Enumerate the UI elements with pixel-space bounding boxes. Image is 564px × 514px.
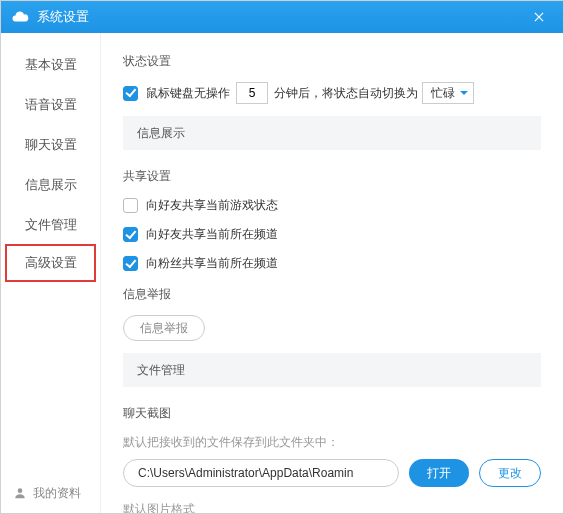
open-button[interactable]: 打开 [409, 459, 469, 487]
share-fan-channel-label: 向粉丝共享当前所在频道 [146, 255, 278, 272]
sidebar-item-advanced[interactable]: 高级设置 [5, 244, 96, 282]
titlebar: 系统设置 [1, 1, 563, 33]
section-report: 信息举报 [123, 286, 541, 303]
person-icon [13, 486, 27, 500]
checkbox-share-friend-channel[interactable] [123, 227, 138, 242]
window-title: 系统设置 [37, 8, 525, 26]
idle-label-before: 鼠标键盘无操作 [146, 85, 230, 102]
cloud-icon [11, 8, 29, 26]
sidebar-item-file[interactable]: 文件管理 [1, 205, 100, 245]
idle-minutes-input[interactable] [236, 82, 268, 104]
sidebar-item-basic[interactable]: 基本设置 [1, 45, 100, 85]
sidebar-item-info[interactable]: 信息展示 [1, 165, 100, 205]
sidebar-profile[interactable]: 我的资料 [1, 473, 100, 513]
close-icon[interactable] [525, 3, 553, 31]
section-status: 状态设置 [123, 53, 541, 70]
checkbox-share-game[interactable] [123, 198, 138, 213]
idle-label-mid: 分钟后，将状态自动切换为 [274, 85, 418, 102]
checkbox-idle-switch[interactable] [123, 86, 138, 101]
sidebar-item-voice[interactable]: 语音设置 [1, 85, 100, 125]
share-friend-channel-label: 向好友共享当前所在频道 [146, 226, 278, 243]
status-select[interactable]: 忙碌 [422, 82, 474, 104]
save-path-field[interactable]: C:\Users\Administrator\AppData\Roamin [123, 459, 399, 487]
sidebar: 基本设置 语音设置 聊天设置 信息展示 文件管理 高级设置 我的资料 [1, 33, 101, 513]
sidebar-item-chat[interactable]: 聊天设置 [1, 125, 100, 165]
section-share: 共享设置 [123, 168, 541, 185]
share-game-label: 向好友共享当前游戏状态 [146, 197, 278, 214]
content-pane: 状态设置 鼠标键盘无操作 分钟后，将状态自动切换为 忙碌 信息展示 共享设置 向… [101, 33, 563, 513]
save-path-hint: 默认把接收到的文件保存到此文件夹中： [123, 434, 541, 451]
subhead-info-display: 信息展示 [123, 116, 541, 150]
section-screenshot: 聊天截图 [123, 405, 541, 422]
report-button[interactable]: 信息举报 [123, 315, 205, 341]
subhead-file-manage: 文件管理 [123, 353, 541, 387]
svg-point-0 [18, 488, 23, 493]
checkbox-share-fan-channel[interactable] [123, 256, 138, 271]
change-button[interactable]: 更改 [479, 459, 541, 487]
default-image-format-label: 默认图片格式 [123, 501, 541, 513]
sidebar-profile-label: 我的资料 [33, 485, 81, 502]
